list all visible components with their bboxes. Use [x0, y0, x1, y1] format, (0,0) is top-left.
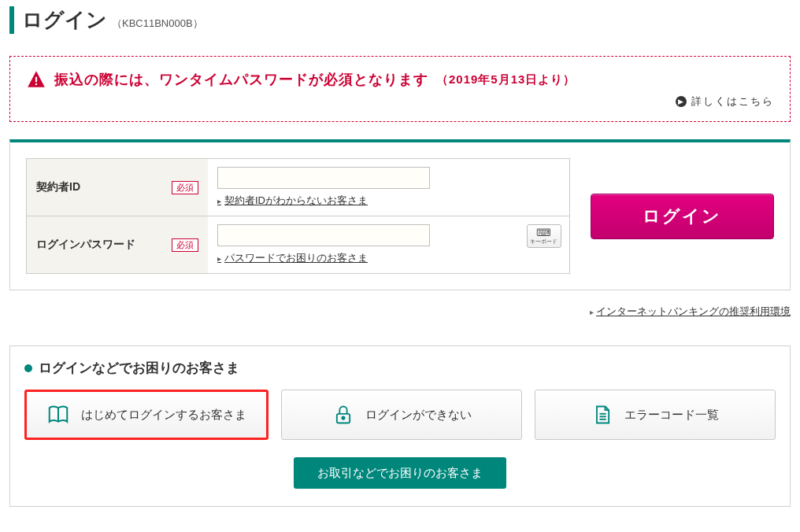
- svg-rect-1: [35, 83, 37, 85]
- notice-text: 振込の際には、ワンタイムパスワードが必須となります: [54, 70, 428, 89]
- lock-icon: [332, 402, 354, 427]
- svg-rect-0: [35, 77, 37, 83]
- login-panel: 契約者ID 必須 契約者IDがわからないお客さま ログインパスワード 必須 パス…: [9, 139, 791, 290]
- keyboard-label: キーボード: [530, 238, 557, 246]
- id-label-text: 契約者ID: [36, 180, 80, 194]
- pw-label-text: ログインパスワード: [36, 238, 135, 252]
- help-heading: ログインなどでお困りのお客さま: [24, 359, 776, 377]
- login-form: 契約者ID 必須 契約者IDがわからないお客さま ログインパスワード 必須 パス…: [26, 158, 570, 274]
- software-keyboard-button[interactable]: ⌨ キーボード: [527, 224, 561, 248]
- bullet-icon: [24, 364, 32, 372]
- recommended-env-link[interactable]: インターネットバンキングの推奨利用環境: [9, 305, 791, 319]
- page-title: ログイン （KBC11BN000B）: [9, 6, 791, 34]
- arrow-right-icon: ▶: [676, 96, 687, 107]
- required-badge: 必須: [172, 238, 198, 252]
- card-label: エラーコード一覧: [624, 408, 719, 423]
- notice-detail-link[interactable]: ▶ 詳しくはこちら: [26, 94, 774, 109]
- more-help-button[interactable]: お取引などでお困りのお客さま: [294, 457, 506, 489]
- help-section: ログインなどでお困りのお客さま はじめてログインするお客さま ログインができない…: [9, 345, 791, 507]
- cell-contract-id: 契約者IDがわからないお客さま: [208, 159, 569, 216]
- row-password: ログインパスワード 必須 パスワードでお困りのお客さま ⌨ キーボード: [27, 216, 569, 273]
- book-icon: [46, 402, 70, 427]
- card-label: ログインができない: [365, 408, 472, 423]
- help-card-cannot-login[interactable]: ログインができない: [281, 390, 522, 440]
- help-cards: はじめてログインするお客さま ログインができない エラーコード一覧: [24, 390, 776, 440]
- svg-point-3: [342, 416, 344, 419]
- login-button[interactable]: ログイン: [591, 194, 774, 239]
- page-code: （KBC11BN000B）: [112, 17, 203, 31]
- label-password: ログインパスワード 必須: [27, 216, 208, 273]
- card-label: はじめてログインするお客さま: [81, 408, 246, 423]
- row-contract-id: 契約者ID 必須 契約者IDがわからないお客さま: [27, 159, 569, 216]
- cell-password: パスワードでお困りのお客さま ⌨ キーボード: [208, 216, 569, 273]
- notice-detail-text: 詳しくはこちら: [691, 94, 774, 109]
- keyboard-icon: ⌨: [536, 227, 551, 238]
- notice-box: 振込の際には、ワンタイムパスワードが必須となります （2019年5月13日より）…: [9, 56, 791, 122]
- help-card-error-codes[interactable]: エラーコード一覧: [535, 390, 776, 440]
- password-input[interactable]: [217, 224, 430, 246]
- document-icon: [591, 402, 613, 427]
- title-text: ログイン: [22, 6, 107, 34]
- help-card-first-login[interactable]: はじめてログインするお客さま: [24, 390, 269, 440]
- required-badge: 必須: [172, 181, 198, 194]
- pw-help-link[interactable]: パスワードでお困りのお客さま: [217, 251, 560, 265]
- label-contract-id: 契約者ID 必須: [27, 159, 208, 216]
- warning-icon: [26, 69, 46, 90]
- notice-message: 振込の際には、ワンタイムパスワードが必須となります （2019年5月13日より）: [26, 69, 774, 90]
- contract-id-input[interactable]: [217, 167, 430, 189]
- id-help-link[interactable]: 契約者IDがわからないお客さま: [217, 194, 560, 208]
- notice-date: （2019年5月13日より）: [436, 72, 576, 87]
